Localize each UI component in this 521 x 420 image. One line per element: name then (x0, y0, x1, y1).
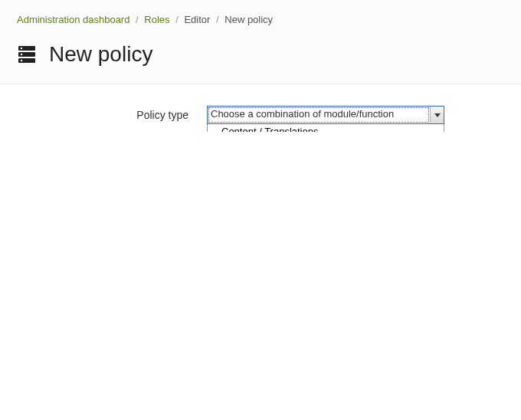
svg-point-4 (21, 54, 22, 55)
svg-point-3 (21, 48, 22, 49)
policy-type-label: Policy type (17, 106, 207, 121)
breadcrumb-separator: / (175, 14, 179, 25)
breadcrumb-editor: Editor (184, 14, 210, 25)
breadcrumb: Administration dashboard / Roles / Edito… (17, 14, 504, 25)
page-title: New policy (49, 42, 152, 67)
dropdown-option[interactable]: Content / Translations (208, 124, 444, 132)
breadcrumb-separator: / (216, 14, 219, 25)
form-area: Policy type Choose a combination of modu… (0, 84, 521, 132)
policy-type-select-value: Choose a combination of module/function (208, 107, 430, 123)
breadcrumb-current: New policy (224, 14, 273, 25)
policy-type-row: Policy type Choose a combination of modu… (17, 106, 504, 124)
policy-type-dropdown[interactable]: Content / TranslationsContent / Urltrans… (207, 124, 444, 132)
breadcrumb-roles-link[interactable]: Roles (144, 14, 169, 25)
policy-type-select[interactable]: Choose a combination of module/function (207, 106, 444, 124)
header-section: Administration dashboard / Roles / Edito… (0, 0, 521, 84)
policy-icon (17, 44, 37, 64)
title-row: New policy (17, 42, 504, 67)
policy-type-select-wrap: Choose a combination of module/function … (207, 106, 444, 124)
breadcrumb-separator: / (136, 14, 139, 25)
svg-point-5 (21, 60, 22, 61)
chevron-down-icon (430, 107, 444, 123)
breadcrumb-admin-link[interactable]: Administration dashboard (17, 14, 129, 25)
